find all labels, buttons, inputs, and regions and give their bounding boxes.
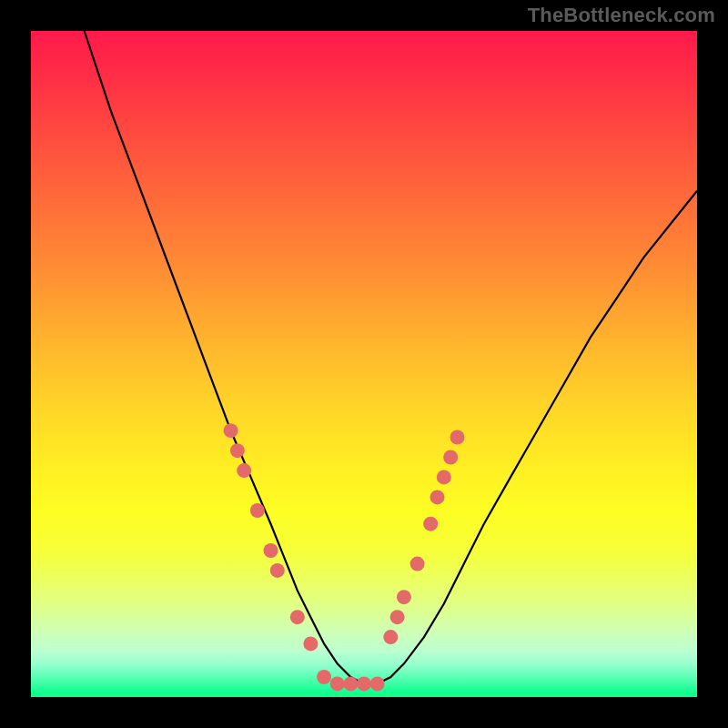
bottleneck-curve-path: [85, 31, 697, 683]
marker-right: [390, 610, 405, 624]
marker-right: [450, 430, 465, 445]
marker-left: [224, 423, 238, 438]
marker-left: [264, 543, 278, 558]
marker-left: [303, 636, 318, 651]
marker-right: [397, 590, 411, 604]
marker-bottom: [370, 676, 385, 691]
marker-right: [423, 517, 438, 531]
marker-left: [270, 563, 285, 578]
marker-bottom: [317, 670, 331, 684]
marker-right: [410, 557, 425, 571]
marker-left: [250, 503, 265, 518]
marker-bottom: [343, 676, 358, 691]
plot-area: [31, 31, 697, 697]
curve-svg: [31, 31, 697, 697]
marker-group: [224, 423, 465, 691]
marker-right: [437, 470, 451, 484]
marker-left: [237, 463, 251, 478]
marker-right: [383, 630, 398, 644]
marker-bottom: [330, 676, 345, 691]
marker-right: [443, 450, 458, 465]
marker-bottom: [357, 676, 371, 691]
marker-left: [290, 610, 305, 624]
marker-left: [230, 443, 245, 458]
chart-frame: TheBottleneck.com: [0, 0, 728, 728]
marker-right: [430, 490, 445, 504]
watermark-text: TheBottleneck.com: [528, 4, 715, 27]
